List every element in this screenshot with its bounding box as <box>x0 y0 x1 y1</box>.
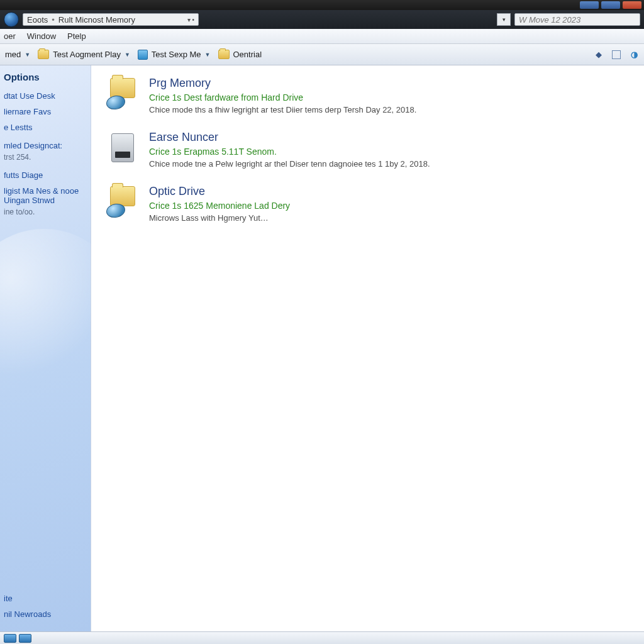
toolbar-button[interactable]: Test Aogment Play ▼ <box>38 50 130 59</box>
item-subtitle: Crice 1s 1625 Memoniene Lad Dery <box>149 201 290 211</box>
toolbar-label: med <box>5 50 21 59</box>
menu-item-window[interactable]: Window <box>27 31 56 41</box>
toolbar-button[interactable]: med ▼ <box>5 50 30 59</box>
taskbar-button[interactable] <box>19 634 31 643</box>
toolbar-button[interactable]: Test Sexp Me ▼ <box>138 50 211 60</box>
sidebar-subtext: ine to/oo. <box>4 208 84 216</box>
item-title: Earse Nuncer <box>149 131 430 144</box>
toolbar-label: Test Sexp Me <box>152 50 201 59</box>
sidebar-link[interactable]: mled Designcat: <box>4 141 84 150</box>
close-button[interactable] <box>623 1 641 9</box>
chevron-down-icon: ▼ <box>205 52 211 58</box>
sidebar-link[interactable]: ite <box>4 594 84 603</box>
taskbar <box>0 631 644 644</box>
toolbar-button[interactable]: Oentrial <box>218 50 262 59</box>
sidebar-link[interactable]: liernare Favs <box>4 107 84 116</box>
drive-folder-icon <box>106 77 139 109</box>
maximize-button[interactable] <box>601 1 620 9</box>
breadcrumb-segment[interactable]: Rult Micnost Memory <box>58 15 135 25</box>
list-item[interactable]: Optic Drive Crice 1s 1625 Memoniene Lad … <box>106 185 629 223</box>
sidebar-link[interactable]: nil Newroads <box>4 609 84 619</box>
toolbar: med ▼ Test Aogment Play ▼ Test Sexp Me ▼… <box>0 44 644 65</box>
chevron-down-icon: ▼ <box>25 52 30 58</box>
search-placeholder: W Move 12 2023 <box>519 15 580 25</box>
drive-folder-icon <box>106 185 139 218</box>
item-title: Prg Memory <box>149 77 416 90</box>
breadcrumb-sep-icon: • <box>52 15 55 25</box>
menu-item-help[interactable]: Ptelp <box>67 31 86 41</box>
toolbar-label: Test Aogment Play <box>53 50 121 59</box>
address-bar: Eoots • Rult Micnost Memory ▾ • ▾ W Move… <box>0 10 644 29</box>
folder-icon <box>218 50 230 59</box>
chevron-down-icon[interactable]: ▾ • <box>187 16 194 23</box>
item-title: Optic Drive <box>149 185 290 198</box>
info-icon[interactable]: ◆ <box>594 50 604 60</box>
list-item[interactable]: Earse Nuncer Crice 1s Erapmas 5.11T Seno… <box>106 131 629 169</box>
window-chrome <box>0 0 644 10</box>
main-area: Options dtat Use Desk liernare Favs e Le… <box>0 65 644 631</box>
sidebar: Options dtat Use Desk liernare Favs e Le… <box>0 65 91 631</box>
hdd-icon <box>106 131 139 164</box>
item-subtitle: Crice 1s Erapmas 5.11T Senom. <box>149 147 430 157</box>
menu-bar: oer Window Ptelp <box>0 29 644 44</box>
sidebar-link[interactable]: e Lestts <box>4 123 84 132</box>
content-pane: Prg Memory Crice 1s Dest fardware from H… <box>91 65 644 631</box>
sidebar-heading: Options <box>4 72 84 82</box>
taskbar-button[interactable] <box>4 634 16 643</box>
history-dropdown[interactable]: ▾ <box>497 13 511 26</box>
chevron-down-icon: ▼ <box>125 52 130 58</box>
search-input[interactable]: W Move 12 2023 <box>514 13 640 26</box>
item-subtitle: Crice 1s Dest fardware from Hard Drive <box>149 92 416 103</box>
sidebar-link[interactable]: dtat Use Desk <box>4 91 84 101</box>
sidebar-link[interactable]: futts Diage <box>4 170 84 180</box>
item-desc: Chice mode tne a Pelw legright ar thel D… <box>149 159 430 169</box>
panel-icon[interactable] <box>611 50 621 60</box>
item-desc: Chice mode ths a fhiw legright ar test D… <box>149 105 416 114</box>
breadcrumb[interactable]: Eoots • Rult Micnost Memory ▾ • <box>23 13 199 26</box>
minimize-button[interactable] <box>580 1 599 9</box>
menu-item[interactable]: oer <box>4 31 16 41</box>
sidebar-subtext: trst 254. <box>4 153 84 162</box>
sidebar-link[interactable]: ligist Ma Nes & nooe Uingan Stnwd <box>4 186 84 205</box>
toolbar-label: Oentrial <box>233 50 262 59</box>
item-desc: Microws Lass with Hgmery Yut… <box>149 213 290 223</box>
help-icon[interactable]: ◑ <box>629 50 639 60</box>
folder-icon <box>38 50 49 59</box>
breadcrumb-segment[interactable]: Eoots <box>27 15 48 25</box>
app-icon <box>138 50 148 60</box>
back-button[interactable] <box>4 12 19 27</box>
list-item[interactable]: Prg Memory Crice 1s Dest fardware from H… <box>106 77 629 114</box>
